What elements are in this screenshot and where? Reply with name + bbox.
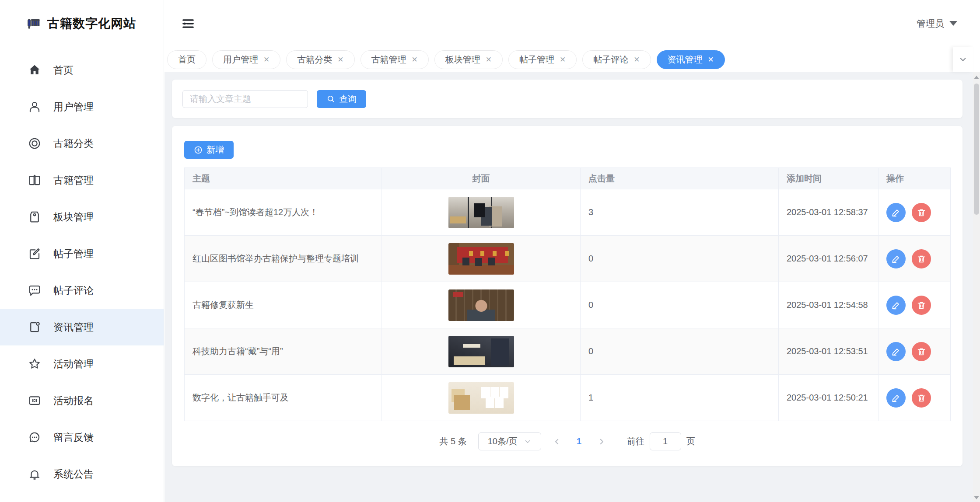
tabs-dropdown-button[interactable] bbox=[953, 47, 973, 72]
cell-clicks: 0 bbox=[581, 236, 779, 282]
cover-thumbnail[interactable] bbox=[448, 197, 514, 228]
page-unit-label: 页 bbox=[686, 436, 695, 447]
table-row: 数字化，让古籍触手可及 1 2025-03-01 12:50:21 bbox=[185, 375, 951, 421]
tab-home[interactable]: 首页 bbox=[167, 50, 206, 69]
trash-icon bbox=[917, 254, 926, 264]
sidebar-collapse-button[interactable] bbox=[182, 17, 195, 30]
delete-button[interactable] bbox=[912, 342, 931, 361]
user-icon bbox=[28, 100, 41, 113]
goto-label: 前往 bbox=[627, 436, 644, 447]
close-icon[interactable]: ✕ bbox=[263, 56, 270, 63]
search-button[interactable]: 查询 bbox=[317, 90, 366, 108]
goto-page-input[interactable] bbox=[650, 432, 681, 450]
scroll-up-arrow-icon[interactable] bbox=[974, 76, 979, 79]
delete-button[interactable] bbox=[912, 388, 931, 408]
close-icon[interactable]: ✕ bbox=[486, 56, 492, 63]
sidebar-item-announcements[interactable]: 系统公告 bbox=[0, 456, 164, 492]
search-input[interactable] bbox=[182, 90, 308, 108]
tab-post-comments[interactable]: 帖子评论 ✕ bbox=[582, 50, 651, 69]
chevron-right-icon bbox=[598, 438, 606, 446]
caret-down-icon bbox=[949, 21, 957, 26]
page-size-select[interactable]: 10条/页 bbox=[478, 432, 541, 450]
cover-thumbnail[interactable] bbox=[448, 289, 514, 321]
sidebar: 古籍数字化网站 首页 用户管理 古籍分类 bbox=[0, 0, 164, 502]
tab-book-management[interactable]: 古籍管理 ✕ bbox=[360, 50, 429, 69]
sidebar-item-post-comments[interactable]: 帖子评论 bbox=[0, 272, 164, 309]
cell-subject: 红山区图书馆举办古籍保护与整理专题培训 bbox=[185, 236, 382, 282]
vertical-scrollbar[interactable] bbox=[973, 72, 980, 502]
home-icon bbox=[28, 63, 41, 77]
plus-circle-icon bbox=[194, 146, 203, 154]
ticket-icon bbox=[28, 394, 41, 407]
cell-clicks: 3 bbox=[581, 189, 779, 236]
sidebar-item-board-management[interactable]: 板块管理 bbox=[0, 199, 164, 235]
close-icon[interactable]: ✕ bbox=[560, 56, 566, 63]
edit-button[interactable] bbox=[886, 296, 906, 315]
cover-thumbnail[interactable] bbox=[448, 243, 514, 275]
chevron-down-icon bbox=[524, 438, 532, 446]
cover-thumbnail[interactable] bbox=[448, 336, 514, 367]
edit-button[interactable] bbox=[886, 249, 906, 268]
tab-post-management[interactable]: 帖子管理 ✕ bbox=[508, 50, 577, 69]
sidebar-item-post-management[interactable]: 帖子管理 bbox=[0, 235, 164, 272]
comment-bubble-icon bbox=[28, 284, 41, 297]
close-icon[interactable]: ✕ bbox=[708, 56, 714, 63]
prev-page-button[interactable] bbox=[548, 433, 566, 450]
cell-clicks: 0 bbox=[581, 328, 779, 375]
scroll-down-arrow-icon[interactable] bbox=[974, 496, 979, 499]
sidebar-item-home[interactable]: 首页 bbox=[0, 52, 164, 88]
sidebar-item-feedback[interactable]: 留言反馈 bbox=[0, 419, 164, 456]
tab-book-category[interactable]: 古籍分类 ✕ bbox=[286, 50, 354, 69]
news-document-icon bbox=[28, 321, 41, 334]
column-header-actions: 操作 bbox=[878, 168, 951, 189]
delete-button[interactable] bbox=[912, 203, 931, 222]
star-icon bbox=[28, 357, 41, 370]
column-header-subject: 主题 bbox=[185, 168, 382, 189]
edit-button[interactable] bbox=[886, 342, 906, 361]
add-button[interactable]: 新增 bbox=[184, 141, 234, 159]
table-row: 古籍修复获新生 0 2025-03-01 12:54:58 bbox=[185, 282, 951, 328]
chevron-down-icon bbox=[958, 55, 968, 64]
close-icon[interactable]: ✕ bbox=[337, 56, 343, 63]
logo: 古籍数字化网站 bbox=[0, 0, 164, 47]
table-row: 红山区图书馆举办古籍保护与整理专题培训 0 2025-03-01 12:56:0… bbox=[185, 236, 951, 282]
sidebar-item-news-management[interactable]: 资讯管理 bbox=[0, 309, 164, 345]
main-content: 查询 新增 主题 封面 点击量 添加时间 操作 bbox=[164, 72, 973, 502]
sidebar-item-book-category[interactable]: 古籍分类 bbox=[0, 125, 164, 162]
cell-subject: 数字化，让古籍触手可及 bbox=[185, 375, 382, 421]
cell-subject: 古籍修复获新生 bbox=[185, 282, 382, 328]
pencil-icon bbox=[891, 208, 901, 217]
sidebar-item-book-management[interactable]: 古籍管理 bbox=[0, 162, 164, 199]
news-table: 主题 封面 点击量 添加时间 操作 “春节档”~到馆读者超12万人次！ 3 20… bbox=[184, 167, 951, 421]
trash-icon bbox=[917, 300, 926, 310]
edit-square-icon bbox=[28, 247, 41, 260]
cell-added-time: 2025-03-01 12:56:07 bbox=[779, 236, 878, 282]
column-header-cover: 封面 bbox=[382, 168, 581, 189]
cover-thumbnail[interactable] bbox=[448, 382, 514, 414]
tab-news-management[interactable]: 资讯管理 ✕ bbox=[657, 50, 725, 69]
close-icon[interactable]: ✕ bbox=[412, 56, 418, 63]
next-page-button[interactable] bbox=[593, 433, 610, 450]
admin-dropdown[interactable]: 管理员 bbox=[917, 17, 957, 30]
scrollbar-thumb[interactable] bbox=[974, 84, 979, 215]
current-page-number[interactable]: 1 bbox=[573, 436, 586, 446]
delete-button[interactable] bbox=[912, 296, 931, 315]
news-table-panel: 新增 主题 封面 点击量 添加时间 操作 “春节 bbox=[172, 126, 962, 466]
tab-user-management[interactable]: 用户管理 ✕ bbox=[212, 50, 280, 69]
tab-board-management[interactable]: 板块管理 ✕ bbox=[434, 50, 503, 69]
sidebar-item-user-management[interactable]: 用户管理 bbox=[0, 88, 164, 125]
sidebar-item-activity-management[interactable]: 活动管理 bbox=[0, 345, 164, 382]
pencil-icon bbox=[891, 347, 901, 356]
admin-name: 管理员 bbox=[917, 17, 944, 30]
chat-round-icon bbox=[28, 431, 41, 444]
trash-icon bbox=[917, 347, 926, 356]
trash-icon bbox=[917, 393, 926, 403]
close-icon[interactable]: ✕ bbox=[634, 56, 640, 63]
logo-books-icon bbox=[27, 17, 40, 30]
sidebar-item-activity-signup[interactable]: 活动报名 bbox=[0, 382, 164, 419]
edit-button[interactable] bbox=[886, 388, 906, 408]
column-header-added-time: 添加时间 bbox=[779, 168, 878, 189]
edit-button[interactable] bbox=[886, 203, 906, 222]
sidebar-menu: 首页 用户管理 古籍分类 古籍管理 bbox=[0, 47, 164, 492]
delete-button[interactable] bbox=[912, 249, 931, 268]
